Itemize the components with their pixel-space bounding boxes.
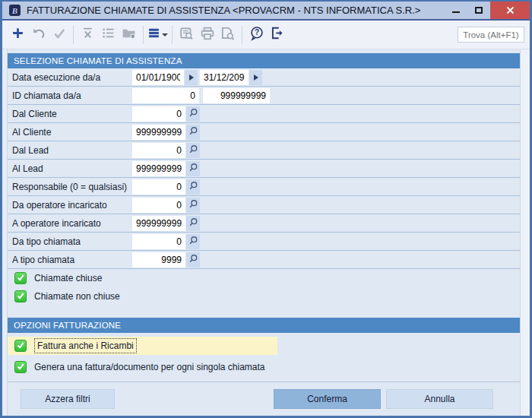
responsabile-input[interactable] [132, 179, 185, 195]
checkbox-label: Fattura anche i Ricambi [34, 338, 137, 353]
dal-cliente-lookup-button[interactable] [186, 106, 200, 122]
confirm-button[interactable] [49, 24, 69, 46]
magnifier-icon [188, 108, 198, 120]
document-preview-button[interactable] [217, 24, 238, 46]
close-button[interactable] [490, 2, 530, 19]
data-esecuzione-a-input[interactable] [200, 70, 249, 85]
app-icon: B [9, 5, 21, 16]
toolbar-separator [172, 26, 173, 44]
genera-fattura-checkbox[interactable] [14, 361, 27, 373]
annulla-button[interactable]: Annulla [386, 389, 493, 409]
field-row-a-tipo-chiamata: A tipo chiamata [8, 251, 520, 269]
field-label: Da tipo chiamata [8, 236, 132, 247]
right-gutter [520, 49, 530, 416]
field-row-id-chiamata: ID chiamata da/a [8, 87, 520, 105]
menu-button[interactable] [147, 24, 168, 46]
data-esecuzione-da-calendar-button[interactable] [185, 70, 198, 85]
field-label: Dal Lead [8, 145, 132, 156]
data-esecuzione-da-input[interactable] [132, 70, 184, 85]
checkbox-row-genera-fattura: Genera una fattura/documento per ogni si… [8, 358, 520, 376]
checkbox-label: Chiamate chiuse [34, 273, 102, 283]
al-cliente-lookup-button[interactable] [186, 125, 200, 140]
maximize-button[interactable] [467, 2, 490, 19]
window-title: FATTURAZIONE CHIAMATE DI ASSISTENZA <PRO… [27, 5, 420, 16]
archive-folder-icon [122, 27, 136, 43]
print-button[interactable] [197, 24, 217, 46]
svg-text:?: ? [254, 28, 258, 36]
dal-lead-lookup-button[interactable] [186, 143, 200, 158]
data-esecuzione-a-calendar-button[interactable] [249, 70, 262, 85]
field-group [132, 252, 200, 268]
field-group [132, 216, 200, 231]
responsabile-lookup-button[interactable] [186, 179, 200, 195]
field-group [132, 143, 200, 158]
dal-lead-input[interactable] [132, 143, 185, 158]
window-controls [445, 2, 530, 19]
checkbox-row-chiamate-chiuse: Chiamate chiuse [8, 269, 520, 287]
help-button[interactable]: ? [246, 24, 267, 46]
cancel-button[interactable] [78, 24, 98, 46]
fattura-ricambi-checkbox[interactable] [14, 340, 27, 352]
magnifier-icon [188, 199, 198, 211]
al-lead-lookup-button[interactable] [186, 161, 200, 176]
da-operatore-input[interactable] [132, 198, 185, 213]
list-icon [102, 27, 115, 43]
a-operatore-lookup-button[interactable] [186, 216, 200, 231]
help-icon: ? [249, 26, 264, 44]
minimize-icon [452, 11, 460, 13]
add-button[interactable] [8, 24, 28, 46]
chevron-down-icon [162, 33, 168, 36]
field-row-data-esecuzione: Data esecuzione da/a [8, 68, 520, 87]
dal-cliente-input[interactable] [132, 106, 185, 122]
report-preview-button[interactable] [176, 24, 197, 46]
id-chiamata-a-input[interactable] [203, 88, 270, 103]
exit-button[interactable] [267, 24, 287, 46]
field-row-dal-lead: Dal Lead [8, 141, 520, 160]
list-button[interactable] [98, 24, 119, 46]
field-group [132, 234, 200, 249]
check-icon [16, 271, 25, 285]
check-icon [16, 339, 25, 353]
check-icon [16, 290, 25, 303]
toolbar-separator [73, 26, 74, 44]
a-tipo-chiamata-input[interactable] [132, 252, 185, 268]
undo-button[interactable] [28, 24, 49, 46]
field-label: A tipo chiamata [8, 255, 132, 265]
azzera-filtri-button[interactable]: Azzera filtri [21, 389, 115, 409]
toolbar-separator [242, 26, 242, 44]
da-operatore-lookup-button[interactable] [186, 198, 200, 213]
field-group [132, 161, 200, 176]
field-label: Data esecuzione da/a [8, 72, 132, 83]
exit-icon [270, 26, 284, 43]
conferma-button[interactable]: Conferma [274, 389, 381, 409]
al-cliente-input[interactable] [132, 125, 185, 140]
form-panel: SELEZIONE CHIAMATE DI ASSISTENZA Data es… [8, 49, 520, 416]
maximize-icon [475, 7, 483, 14]
chiamate-non-chiuse-checkbox[interactable] [14, 290, 27, 302]
menu-icon [147, 27, 160, 43]
checkbox-row-chiamate-non-chiuse: Chiamate non chiuse [8, 287, 520, 306]
field-row-dal-cliente: Dal Cliente [8, 105, 520, 123]
find-input[interactable] [458, 27, 524, 43]
left-gutter [2, 49, 8, 416]
minimize-button[interactable] [445, 2, 467, 19]
id-chiamata-da-input[interactable] [132, 88, 199, 103]
field-group [132, 106, 200, 122]
field-row-al-cliente: Al Cliente [8, 123, 520, 141]
field-group [132, 198, 200, 213]
document-preview-icon [220, 27, 235, 43]
magnifier-icon [188, 144, 198, 157]
archive-folder-button[interactable] [119, 24, 139, 46]
magnifier-icon [188, 181, 198, 193]
chiamate-chiuse-checkbox[interactable] [14, 272, 27, 284]
a-tipo-chiamata-lookup-button[interactable] [186, 252, 200, 268]
a-operatore-input[interactable] [132, 216, 185, 231]
button-bar: Azzera filtri Conferma Annulla [8, 382, 520, 416]
content-area: SELEZIONE CHIAMATE DI ASSISTENZA Data es… [2, 49, 530, 416]
da-tipo-chiamata-lookup-button[interactable] [186, 234, 200, 249]
field-label: Responsabile (0 = qualsiasi) [8, 182, 132, 192]
al-lead-input[interactable] [132, 161, 185, 176]
field-label: Al Lead [8, 163, 132, 174]
field-label: Da operatore incaricato [8, 200, 132, 211]
da-tipo-chiamata-input[interactable] [132, 234, 185, 249]
